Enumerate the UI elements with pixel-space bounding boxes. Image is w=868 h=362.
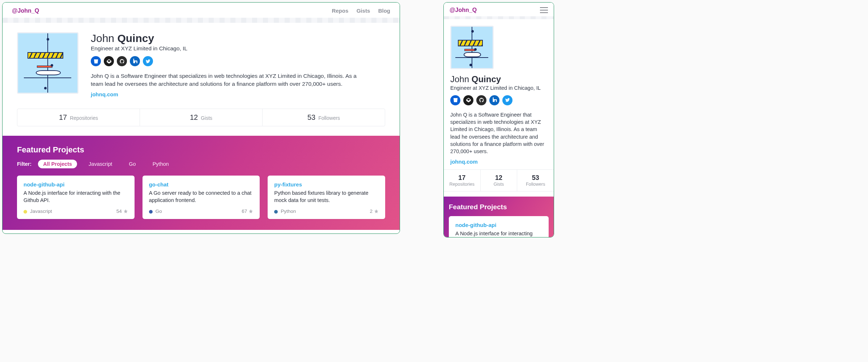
project-stars: 2 bbox=[370, 209, 379, 214]
project-cards: node-github-api A Node.js interface for … bbox=[449, 216, 549, 237]
profile-bio: John Q is a Software Engineer that speci… bbox=[91, 72, 366, 88]
filter-javascript[interactable]: Javascript bbox=[84, 160, 117, 168]
star-icon bbox=[123, 209, 128, 214]
first-name: John bbox=[91, 32, 114, 44]
language-dot-icon bbox=[24, 210, 27, 214]
stat-gists-value: 12 bbox=[190, 113, 198, 122]
star-icon bbox=[248, 209, 253, 214]
filter-label: Filter: bbox=[17, 161, 31, 167]
profile-site-link[interactable]: johnq.com bbox=[91, 91, 118, 97]
project-card[interactable]: py-fixtures Python based fixtures librar… bbox=[268, 176, 385, 219]
svg-point-0 bbox=[133, 59, 134, 60]
featured-title: Featured Projects bbox=[17, 145, 385, 155]
social-links bbox=[450, 95, 547, 105]
language-dot-icon bbox=[149, 210, 153, 214]
project-card[interactable]: go-chat A Go server ready to be connecte… bbox=[142, 176, 260, 219]
menu-icon[interactable] bbox=[540, 7, 548, 13]
stat-gists-label: Gists bbox=[494, 182, 504, 187]
github-icon[interactable] bbox=[117, 56, 127, 66]
profile-info: John Quincy Engineer at XYZ Limited in C… bbox=[450, 74, 547, 165]
github-icon[interactable] bbox=[476, 95, 486, 105]
project-title: node-github-api bbox=[455, 222, 542, 228]
avatar bbox=[17, 32, 78, 94]
header-pattern bbox=[444, 16, 554, 19]
avatar bbox=[450, 26, 494, 69]
header-pattern bbox=[3, 18, 400, 23]
codepen-icon[interactable] bbox=[104, 56, 114, 66]
project-cards: node-github-api A Node.js interface for … bbox=[17, 176, 385, 219]
codepen-icon[interactable] bbox=[463, 95, 473, 105]
nav-gists[interactable]: Gists bbox=[357, 8, 370, 14]
star-icon bbox=[374, 209, 379, 214]
stat-gists[interactable]: 12 Gists bbox=[481, 170, 518, 191]
stat-repos[interactable]: 17 Repositories bbox=[17, 109, 140, 126]
handle-link[interactable]: @John_Q bbox=[12, 8, 39, 14]
header: @John_Q Repos Gists Blog bbox=[3, 3, 400, 18]
project-title: py-fixtures bbox=[274, 181, 379, 188]
filter-go[interactable]: Go bbox=[124, 160, 141, 168]
project-description: A Node.js interface for interacting with… bbox=[455, 230, 542, 237]
project-language: Go bbox=[149, 209, 162, 214]
stat-repos-label: Repositories bbox=[450, 182, 475, 187]
top-nav: Repos Gists Blog bbox=[325, 8, 390, 14]
nav-blog[interactable]: Blog bbox=[378, 8, 390, 14]
mobile-viewport: @John_Q John Quincy Engineer at XYZ Limi… bbox=[443, 2, 554, 237]
twitter-icon[interactable] bbox=[143, 56, 153, 66]
svg-point-1 bbox=[493, 97, 494, 98]
profile-subtitle: Engineer at XYZ Limited in Chicago, IL bbox=[91, 45, 366, 52]
stat-repos-label: Repositories bbox=[70, 115, 98, 121]
profile-subtitle: Engineer at XYZ Limited in Chicago, IL bbox=[450, 85, 547, 91]
stat-repos-value: 17 bbox=[458, 174, 465, 182]
stat-repos[interactable]: 17 Repositories bbox=[444, 170, 481, 191]
stat-gists-value: 12 bbox=[495, 174, 502, 182]
stat-gists-label: Gists bbox=[201, 115, 212, 121]
stat-followers-label: Followers bbox=[318, 115, 340, 121]
stat-repos-value: 17 bbox=[59, 113, 67, 122]
featured-section: Featured Projects Filter: All Projects J… bbox=[3, 136, 400, 230]
header: @John_Q bbox=[444, 3, 554, 16]
project-stars: 54 bbox=[116, 209, 128, 214]
nav-repos[interactable]: Repos bbox=[332, 8, 348, 14]
twitter-icon[interactable] bbox=[502, 95, 512, 105]
stat-followers-value: 53 bbox=[307, 113, 315, 122]
profile-info: John Quincy Engineer at XYZ Limited in C… bbox=[91, 32, 366, 98]
handle-link[interactable]: @John_Q bbox=[450, 7, 477, 13]
project-description: A Go server ready to be connected to a c… bbox=[149, 190, 254, 204]
stat-followers[interactable]: 53 Followers bbox=[517, 170, 554, 191]
first-name: John bbox=[450, 74, 469, 84]
stat-followers[interactable]: 53 Followers bbox=[263, 109, 385, 126]
bitbucket-icon[interactable] bbox=[91, 56, 101, 66]
filter-python[interactable]: Python bbox=[148, 160, 174, 168]
project-stars: 67 bbox=[242, 209, 253, 214]
filter-all[interactable]: All Projects bbox=[38, 160, 77, 168]
project-title: go-chat bbox=[149, 181, 254, 188]
project-card[interactable]: node-github-api A Node.js interface for … bbox=[17, 176, 135, 219]
project-description: A Node.js interface for interacting with… bbox=[24, 190, 128, 204]
project-card[interactable]: node-github-api A Node.js interface for … bbox=[449, 216, 549, 237]
stats-bar: 17 Repositories 12 Gists 53 Followers bbox=[17, 109, 385, 126]
linkedin-icon[interactable] bbox=[489, 95, 499, 105]
last-name: Quincy bbox=[117, 32, 154, 44]
profile-hero: John Quincy Engineer at XYZ Limited in C… bbox=[444, 19, 554, 170]
stat-followers-value: 53 bbox=[532, 174, 539, 182]
featured-section: Featured Projects node-github-api A Node… bbox=[444, 197, 554, 237]
desktop-viewport: @John_Q Repos Gists Blog John Quincy Eng… bbox=[2, 2, 400, 234]
bitbucket-icon[interactable] bbox=[450, 95, 460, 105]
project-title: node-github-api bbox=[24, 181, 128, 188]
profile-name: John Quincy bbox=[91, 32, 366, 45]
linkedin-icon[interactable] bbox=[130, 56, 140, 66]
project-language: Javascript bbox=[24, 209, 52, 214]
project-language: Python bbox=[274, 209, 296, 214]
stat-gists[interactable]: 12 Gists bbox=[140, 109, 263, 126]
language-dot-icon bbox=[274, 210, 278, 214]
profile-bio: John Q is a Software Engineer that speci… bbox=[450, 111, 547, 155]
stats-bar: 17 Repositories 12 Gists 53 Followers bbox=[444, 169, 554, 191]
profile-site-link[interactable]: johnq.com bbox=[450, 159, 478, 165]
social-links bbox=[91, 56, 366, 66]
featured-title: Featured Projects bbox=[449, 203, 549, 211]
last-name: Quincy bbox=[472, 74, 501, 84]
project-description: Python based fixtures library to generat… bbox=[274, 190, 379, 204]
profile-hero: John Quincy Engineer at XYZ Limited in C… bbox=[3, 23, 400, 105]
profile-name: John Quincy bbox=[450, 74, 547, 84]
stat-followers-label: Followers bbox=[526, 182, 545, 187]
